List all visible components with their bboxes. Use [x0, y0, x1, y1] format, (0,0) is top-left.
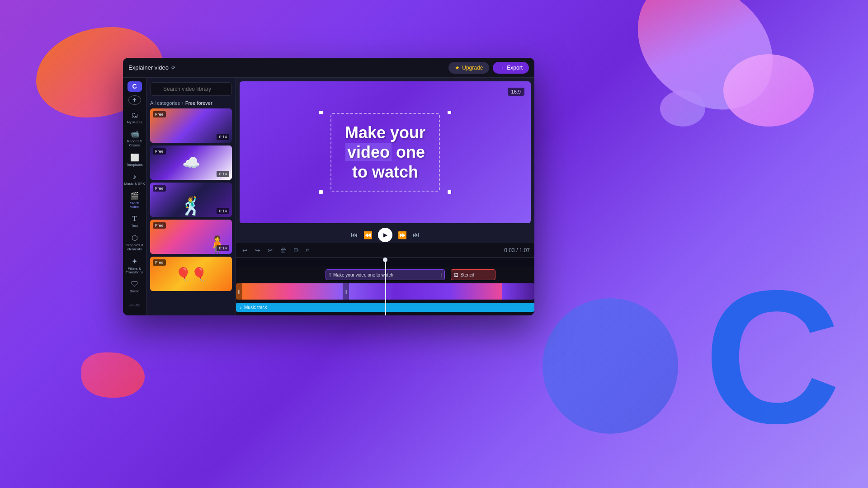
video-thumbnail-2[interactable]: ☁️ Free 0:14	[150, 145, 232, 180]
app-window: Explainer video ⟳ ★ Upgrade → Export C +	[123, 58, 534, 315]
skip-to-end-button[interactable]: ⏭	[412, 231, 420, 239]
sidebar-item-music-sfx[interactable]: ♪ Music & SFX	[123, 170, 146, 189]
sidebar-item-graphics-elements[interactable]: ⬡ Graphics &elements	[123, 231, 146, 254]
timeline-scrubber[interactable]	[236, 258, 534, 267]
video-track-row: || ||	[236, 282, 534, 300]
locale-label: en-US	[129, 296, 140, 312]
redo-button[interactable]: ↪	[253, 245, 262, 256]
templates-icon: ⬜	[130, 153, 139, 162]
sidebar-item-templates[interactable]: ⬜ Templates	[123, 150, 146, 170]
duration-badge-4: 0:14	[217, 245, 229, 251]
star-icon: ★	[455, 65, 460, 71]
preview-line1: Make your	[345, 123, 425, 142]
stencil-label: Stencil	[460, 272, 474, 277]
search-input[interactable]	[150, 82, 232, 96]
video-preview: Make your video one to watch 16:9	[240, 81, 531, 223]
playback-controls: ⏮ ⏪ ▶ ⏩ ⏭	[236, 227, 534, 243]
breadcrumb-all-categories[interactable]: All categories	[150, 100, 180, 106]
record-create-icon: 📹	[130, 130, 139, 138]
preview-line3: to watch	[345, 162, 425, 182]
music-track-clip[interactable]: ♪ Music track	[236, 303, 534, 312]
project-name-text: Explainer video	[128, 64, 169, 71]
video-track-fill[interactable]: || ||	[236, 283, 534, 300]
stock-video-icon: 🎬	[130, 192, 139, 200]
bg-decoration-purple-small	[660, 90, 705, 127]
overlay-button[interactable]: ⧈	[304, 244, 311, 256]
stencil-clip[interactable]: 🖼 Stencil	[451, 269, 495, 280]
aspect-ratio-badge: 16:9	[508, 88, 524, 96]
free-badge-4: Free	[153, 222, 166, 229]
my-media-icon: 🗂	[131, 111, 138, 119]
video-thumbnail-1[interactable]: Free 0:14	[150, 108, 232, 143]
preview-highlight: video	[345, 143, 392, 161]
text-clip-label: Make your video one to watch	[333, 272, 393, 277]
person-decoration: 🕺	[180, 196, 203, 217]
add-icon: +	[132, 96, 137, 104]
step-forward-button[interactable]: ⏩	[398, 231, 407, 239]
breadcrumb-current: Free forever	[185, 100, 212, 106]
free-badge-1: Free	[153, 111, 166, 117]
sidebar-item-brand[interactable]: 🛡 Brand	[123, 277, 146, 296]
text-track-row: T Make your video one to watch | 🖼 Stenc…	[236, 268, 534, 281]
media-panel: 🔍 All categories › Free forever Free 0:1…	[146, 78, 236, 315]
sidebar-item-my-media[interactable]: 🗂 My Media	[123, 108, 146, 127]
timeline-tracks: T Make your video one to watch | 🖼 Stenc…	[236, 267, 534, 315]
bg-decoration-pink	[723, 54, 814, 127]
sidebar-icons: C + 🗂 My Media 📹 Record &Create ⬜ Templa…	[123, 78, 146, 315]
search-bar: 🔍	[146, 78, 236, 100]
resize-handle-mid2[interactable]: ||	[343, 283, 349, 300]
export-label: Export	[507, 65, 523, 71]
step-back-button[interactable]: ⏪	[363, 231, 373, 239]
copy-button[interactable]: ⧉	[292, 244, 300, 256]
video-segment-3	[502, 283, 534, 300]
video-thumbnail-4[interactable]: 🧍 Free 0:14	[150, 220, 232, 254]
skip-to-start-button[interactable]: ⏮	[351, 231, 358, 239]
play-button[interactable]: ▶	[378, 228, 392, 242]
bg-decoration-coral	[81, 352, 145, 398]
music-note-icon: ♪	[240, 305, 242, 310]
text-clip-handle-right[interactable]: |	[440, 272, 442, 277]
text-track-clip[interactable]: T Make your video one to watch |	[326, 269, 445, 280]
video-thumbnail-3[interactable]: 🕺 Free 0:14	[150, 183, 232, 217]
project-name: Explainer video ⟳	[128, 64, 175, 71]
stock-video-label: Stockvideo	[130, 202, 139, 210]
free-badge-2: Free	[153, 148, 166, 155]
text-clip-icon: T	[329, 272, 331, 277]
breadcrumb-separator: ›	[182, 100, 184, 106]
delete-button[interactable]: 🗑	[278, 245, 288, 256]
resize-handle-mid1[interactable]: ||	[236, 283, 242, 300]
music-sfx-label: Music & SFX	[124, 182, 145, 186]
preview-line2: video one	[345, 142, 425, 162]
sidebar-item-filters-transitions[interactable]: ✦ Filters &Transitions	[123, 254, 146, 278]
preview-line2-rest: one	[392, 143, 425, 161]
timeline: ↩ ↪ ✂ 🗑 ⧉ ⧈ 0:03 / 1:07	[236, 243, 534, 315]
brand-label: Brand	[130, 290, 139, 294]
arrow-right-icon: →	[499, 65, 505, 71]
undo-button[interactable]: ↩	[241, 245, 250, 256]
templates-label: Templates	[126, 163, 142, 167]
brand-icon: 🛡	[131, 280, 138, 288]
video-thumbnail-5[interactable]: 🎈🎈 Free	[150, 257, 232, 291]
scrubber-line	[385, 258, 386, 267]
my-media-label: My Media	[127, 121, 142, 125]
bg-decoration-blue	[542, 298, 678, 434]
cloud-decoration: ☁️	[182, 154, 200, 171]
stencil-clip-icon: 🖼	[454, 272, 458, 277]
upgrade-button[interactable]: ★ Upgrade	[448, 62, 489, 74]
scissors-button[interactable]: ✂	[266, 245, 275, 256]
preview-text-box[interactable]: Make your video one to watch	[330, 113, 440, 192]
add-button[interactable]: +	[128, 95, 141, 105]
sidebar-item-record-create[interactable]: 📹 Record &Create	[123, 127, 146, 150]
timeline-time: 0:03 / 1:07	[504, 247, 530, 253]
balloons-decoration: 🎈🎈	[175, 267, 207, 282]
video-segment-2: ||	[343, 283, 503, 300]
breadcrumb: All categories › Free forever	[146, 100, 236, 108]
sidebar-item-stock-video[interactable]: 🎬 Stockvideo	[123, 189, 146, 212]
bg-decoration-c-letter: C	[704, 262, 841, 452]
preview-area: Make your video one to watch 16:9	[236, 78, 534, 315]
export-button[interactable]: → Export	[493, 62, 529, 74]
sidebar-item-text[interactable]: T Text	[123, 212, 146, 231]
text-icon: T	[132, 215, 137, 223]
bg-decoration-pink-purple	[617, 0, 793, 125]
locale-text: en-US	[129, 303, 140, 307]
